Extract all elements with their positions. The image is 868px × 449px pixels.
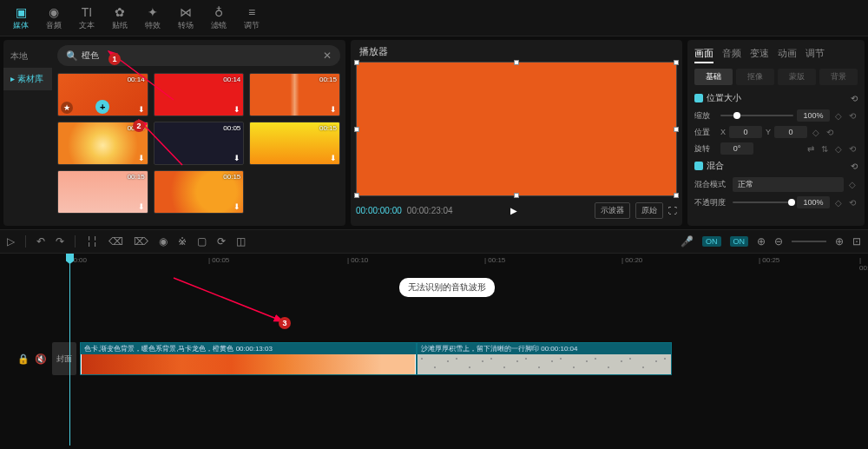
tab-adjust[interactable]: 调节 [806, 45, 825, 63]
clear-search-icon[interactable]: ✕ [323, 50, 332, 62]
tool-adjust[interactable]: ≡调节 [238, 4, 266, 31]
download-icon[interactable]: ⬇ [138, 154, 145, 162]
keyframe-icon[interactable]: ◇ [833, 111, 844, 121]
media-thumbnail[interactable]: 00:15⬇ [249, 122, 340, 165]
timeline-toolbar: ▷ ↶ ↷ ╎╎ ⌫ ⌦ ◉ ※ ▢ ⟳ ◫ 🎤 ON ON ⊕ ⊖ ⊕ ⊡ [0, 229, 868, 254]
tab-picture[interactable]: 画面 [694, 45, 713, 63]
scale-value[interactable]: 100% [797, 109, 830, 122]
zoom-slider[interactable] [792, 241, 826, 242]
zoom-fit-icon[interactable]: ⊡ [852, 235, 861, 248]
download-icon[interactable]: ⬇ [233, 154, 240, 162]
tab-audio[interactable]: 音频 [722, 45, 741, 63]
reset-icon[interactable]: ⟲ [851, 94, 858, 103]
record-icon[interactable]: ◉ [159, 235, 168, 248]
reset-row-icon[interactable]: ⟲ [825, 128, 835, 137]
download-icon[interactable]: ⬇ [233, 202, 240, 211]
timeline-ruler[interactable]: 00:00| 00:05| 00:10| 00:15| 00:20| 00:25… [69, 254, 868, 269]
crop-icon[interactable]: ◫ [236, 235, 246, 248]
blend-mode-select[interactable]: 正常 [733, 177, 844, 192]
preview-toggle[interactable]: ON [730, 236, 749, 247]
rot-value[interactable]: 0° [720, 142, 753, 155]
keyframe-icon[interactable]: ◇ [847, 180, 858, 189]
freeze-icon[interactable]: ※ [178, 235, 187, 248]
track-mute-icon[interactable]: 🔇 [35, 353, 47, 365]
opacity-slider[interactable] [733, 201, 793, 203]
reset-row-icon[interactable]: ⟲ [847, 198, 858, 208]
original-button[interactable]: 原始 [635, 202, 663, 219]
player-viewport[interactable] [356, 62, 677, 196]
media-thumbnail[interactable]: 00:05⬇ [57, 122, 148, 165]
media-thumbnail[interactable]: 00:14⬇★+ [57, 73, 148, 116]
opacity-label: 不透明度 [694, 197, 729, 208]
delete-right-icon[interactable]: ⌦ [134, 235, 148, 248]
redo-icon[interactable]: ↷ [56, 235, 64, 248]
favorite-icon[interactable]: ★ [61, 102, 73, 114]
keyframe-icon[interactable]: ◇ [811, 128, 821, 137]
search-input[interactable] [82, 51, 323, 61]
scope-button[interactable]: 示波器 [595, 202, 630, 219]
auto-snap-toggle[interactable]: ON [702, 236, 721, 247]
subtab-mask[interactable]: 蒙版 [778, 69, 816, 85]
track-lock-icon[interactable]: 🔒 [17, 353, 30, 365]
download-icon[interactable]: ⬇ [330, 105, 337, 114]
tool-media[interactable]: ▣媒体 [7, 4, 35, 31]
media-thumbnail[interactable]: 00:15⬇ [57, 170, 148, 214]
reset-row-icon[interactable]: ⟲ [847, 144, 858, 154]
tool-text[interactable]: TI文本 [73, 4, 101, 31]
opacity-value[interactable]: 100% [797, 196, 830, 208]
scale-slider[interactable] [720, 115, 793, 116]
subtab-basic[interactable]: 基础 [694, 69, 733, 85]
cover-button[interactable]: 封面 [52, 342, 76, 375]
keyframe-icon[interactable]: ◇ [833, 198, 844, 208]
download-icon[interactable]: ⬇ [330, 154, 337, 162]
download-icon[interactable]: ⬇ [138, 105, 145, 114]
checkbox-blend[interactable] [694, 162, 703, 170]
select-tool-icon[interactable]: ▷ [7, 235, 15, 248]
media-thumbnail[interactable]: 00:05⬇ [154, 122, 245, 165]
tool-effect[interactable]: ✦特效 [139, 4, 167, 31]
tool-audio[interactable]: ◉音频 [40, 4, 68, 31]
sidebar-item-local[interactable]: 本地 [3, 45, 52, 68]
media-thumbnail[interactable]: 00:15⬇ [249, 73, 340, 116]
mirror-icon[interactable]: ▢ [197, 235, 207, 248]
rotate-icon[interactable]: ⟳ [217, 235, 226, 248]
duration-label: 00:15 [319, 76, 337, 83]
search-bar[interactable]: 🔍 ✕ [57, 45, 340, 66]
download-icon[interactable]: ⬇ [138, 202, 145, 211]
play-button[interactable]: ▶ [510, 206, 517, 215]
checkbox-position[interactable] [694, 94, 703, 102]
tab-speed[interactable]: 变速 [750, 45, 769, 63]
tab-anim[interactable]: 动画 [778, 45, 797, 63]
sidebar-item-library[interactable]: ▸ 素材库 [3, 68, 52, 90]
tool-sticker[interactable]: ✿贴纸 [106, 4, 134, 31]
media-thumbnail[interactable]: 00:15⬇ [154, 170, 245, 214]
playhead[interactable] [69, 254, 70, 446]
pos-x-value[interactable]: 0 [729, 126, 762, 138]
add-to-timeline-icon[interactable]: + [95, 100, 109, 114]
pos-label: 位置 [694, 127, 717, 138]
undo-icon[interactable]: ↶ [36, 235, 45, 248]
flip-v-icon[interactable]: ⇅ [819, 144, 830, 154]
zoom-in-icon[interactable]: ⊕ [835, 235, 844, 248]
reset-row-icon[interactable]: ⟲ [847, 111, 858, 121]
properties-panel: 画面 音频 变速 动画 调节 基础 抠像 蒙版 背景 位置大小⟲ 缩放 100%… [687, 40, 865, 226]
download-icon[interactable]: ⬇ [233, 105, 240, 114]
tool-filter[interactable]: ♁滤镜 [205, 4, 233, 31]
timeline-clip[interactable]: 色卡,渐变色背景，暖色系背景,马卡龙色，橙黄色 00:00:13:03 [80, 342, 417, 375]
fullscreen-icon[interactable]: ⛶ [668, 206, 677, 215]
align-icon[interactable]: ⊕ [757, 235, 766, 248]
reset-icon[interactable]: ⟲ [851, 162, 858, 171]
keyframe-icon[interactable]: ◇ [833, 144, 844, 154]
scale-label: 缩放 [694, 110, 717, 122]
subtab-cutout[interactable]: 抠像 [736, 69, 774, 85]
mic-icon[interactable]: 🎤 [681, 235, 694, 248]
tool-transition[interactable]: ⋈转场 [172, 4, 200, 31]
subtab-bg[interactable]: 背景 [819, 69, 858, 85]
timeline-clip[interactable]: 沙滩厚厚积雪上，留下清晰的一行脚印 00:00:10:04 [417, 342, 672, 375]
zoom-out-icon[interactable]: ⊖ [774, 235, 783, 248]
media-thumbnail[interactable]: 00:14⬇ [154, 73, 245, 116]
flip-h-icon[interactable]: ⇄ [806, 144, 816, 154]
delete-left-icon[interactable]: ⌫ [108, 235, 123, 248]
pos-y-value[interactable]: 0 [774, 126, 807, 138]
split-icon[interactable]: ╎╎ [86, 235, 98, 248]
